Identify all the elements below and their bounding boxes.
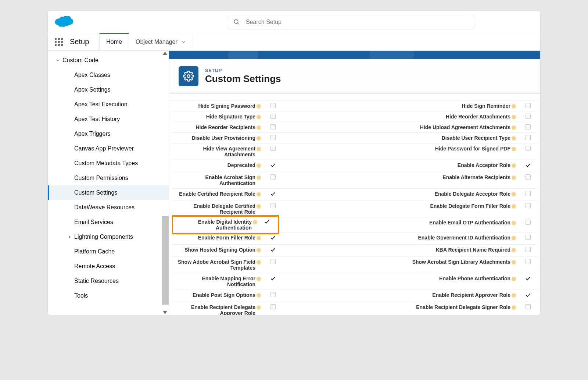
chevron-right-icon (67, 234, 72, 239)
checkbox-unchecked[interactable] (526, 135, 531, 140)
help-icon[interactable] (257, 115, 261, 119)
checkbox-unchecked[interactable] (526, 247, 531, 252)
settings-row: Hide Reorder RecipientsHide Upload Agree… (172, 122, 537, 133)
tree-node-custom-settings[interactable]: Custom Settings (48, 185, 169, 200)
tree-node-apex-settings[interactable]: Apex Settings (48, 82, 169, 97)
help-icon[interactable] (512, 115, 516, 119)
help-icon[interactable] (512, 248, 516, 252)
help-icon[interactable] (512, 305, 516, 310)
help-icon[interactable] (257, 277, 261, 281)
global-search[interactable] (228, 15, 474, 29)
help-icon[interactable] (257, 204, 261, 209)
setting-value (264, 160, 282, 172)
setting-label: Enable Acrobat Sign Authentication (172, 172, 264, 188)
tree-node-email-services[interactable]: Email Services (48, 215, 169, 230)
tab-home-label: Home (106, 39, 122, 45)
help-icon[interactable] (512, 236, 516, 240)
help-icon[interactable] (257, 175, 261, 180)
global-header (48, 11, 540, 33)
checkbox-unchecked[interactable] (526, 235, 531, 240)
setting-value (519, 172, 537, 188)
checkbox-unchecked[interactable] (270, 292, 276, 297)
tree-node-platform-cache[interactable]: Platform Cache (48, 244, 169, 259)
checkbox-unchecked[interactable] (270, 304, 276, 309)
help-icon[interactable] (512, 147, 516, 151)
checkbox-unchecked[interactable] (270, 124, 276, 129)
checkbox-unchecked[interactable] (526, 220, 531, 225)
checkbox-unchecked[interactable] (270, 146, 276, 151)
tree-node-custom-code[interactable]: Custom Code (48, 53, 169, 68)
tree-node-tools[interactable]: Tools (48, 288, 169, 303)
checkbox-unchecked[interactable] (526, 259, 531, 264)
help-icon[interactable] (512, 125, 516, 130)
help-icon[interactable] (512, 204, 516, 209)
setting-label: Enable Form Filler Role (172, 232, 264, 244)
setting-value (264, 290, 282, 302)
help-icon[interactable] (257, 136, 261, 141)
help-icon[interactable] (512, 104, 516, 109)
checkbox-unchecked[interactable] (270, 174, 276, 180)
checkbox-unchecked[interactable] (526, 124, 531, 129)
tree-node-dataweave-resources[interactable]: DataWeave Resources (48, 200, 169, 215)
page-header: SETUP Custom Settings (169, 59, 540, 94)
help-icon[interactable] (512, 175, 516, 180)
tree-node-apex-triggers[interactable]: Apex Triggers (48, 127, 169, 141)
setting-value (264, 257, 282, 273)
help-icon[interactable] (512, 293, 516, 298)
checkbox-unchecked[interactable] (270, 203, 276, 208)
help-icon[interactable] (257, 236, 261, 240)
settings-row: Hide Signing PasswordHide Sign Reminder (172, 101, 537, 111)
checkbox-unchecked[interactable] (526, 191, 531, 196)
setting-value (519, 101, 537, 111)
tree-node-canvas-app-previewer[interactable]: Canvas App Previewer (48, 141, 169, 156)
help-icon[interactable] (257, 260, 261, 264)
tab-object-manager[interactable]: Object Manager (129, 33, 193, 50)
tab-home[interactable]: Home (99, 33, 129, 50)
help-icon[interactable] (257, 147, 261, 151)
help-icon[interactable] (257, 305, 261, 310)
tree-node-apex-classes[interactable]: Apex Classes (48, 68, 169, 82)
help-icon[interactable] (512, 260, 516, 264)
sidebar-scrollbar[interactable] (162, 51, 169, 315)
checkbox-unchecked[interactable] (270, 103, 276, 108)
help-icon[interactable] (257, 125, 261, 130)
setting-label: Enable Delegate Form Filler Role (394, 201, 519, 217)
help-icon[interactable] (257, 163, 261, 168)
help-icon[interactable] (512, 163, 516, 168)
checkbox-unchecked[interactable] (270, 259, 276, 264)
setting-value (264, 143, 282, 160)
checkbox-unchecked[interactable] (270, 135, 276, 140)
tree-node-static-resources[interactable]: Static Resources (48, 274, 169, 288)
setting-value (519, 245, 537, 256)
tree-node-remote-access[interactable]: Remote Access (48, 259, 169, 274)
help-icon[interactable] (257, 104, 261, 109)
help-icon[interactable] (253, 220, 257, 224)
tree-node-custom-metadata-types[interactable]: Custom Metadata Types (48, 156, 169, 171)
help-icon[interactable] (257, 192, 261, 196)
tree-node-apex-test-execution[interactable]: Apex Test Execution (48, 97, 169, 112)
search-input[interactable] (246, 19, 469, 25)
help-icon[interactable] (512, 221, 516, 225)
check-icon (270, 162, 276, 170)
settings-row: Enable Form Filler RoleEnable Government… (172, 232, 537, 245)
checkbox-unchecked[interactable] (526, 203, 531, 208)
setting-label: Enable Acceptor Role (394, 160, 519, 172)
checkbox-unchecked[interactable] (526, 174, 531, 180)
tree-node-label: Platform Cache (74, 248, 115, 255)
checkbox-unchecked[interactable] (526, 114, 531, 119)
setting-value (264, 122, 282, 132)
app-launcher-button[interactable] (48, 33, 70, 50)
checkbox-unchecked[interactable] (526, 304, 531, 309)
checkbox-unchecked[interactable] (526, 103, 531, 108)
help-icon[interactable] (512, 136, 516, 141)
checkbox-unchecked[interactable] (270, 114, 276, 119)
checkbox-unchecked[interactable] (526, 146, 531, 151)
help-icon[interactable] (257, 248, 261, 252)
help-icon[interactable] (512, 277, 516, 281)
help-icon[interactable] (257, 293, 261, 298)
tree-node-lightning-components[interactable]: Lightning Components (48, 230, 169, 244)
tree-node-custom-permissions[interactable]: Custom Permissions (48, 171, 169, 185)
help-icon[interactable] (512, 192, 516, 196)
scroll-thumb[interactable] (162, 216, 169, 305)
tree-node-apex-test-history[interactable]: Apex Test History (48, 112, 169, 127)
